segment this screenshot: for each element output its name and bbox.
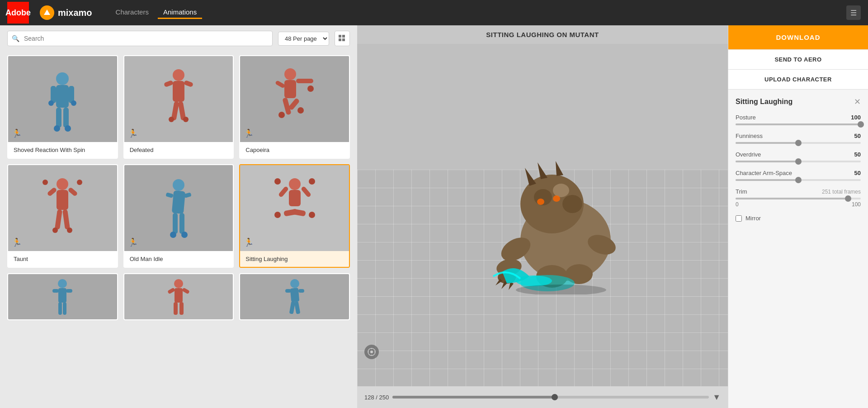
playback-progress[interactable] — [392, 396, 709, 399]
animation-card-7[interactable] — [7, 273, 118, 320]
animation-card-6[interactable]: 🏃 Sitting Laughing — [239, 164, 350, 268]
arm-space-value: 50 — [854, 170, 861, 176]
frame-counter: 128 / 250 — [364, 394, 389, 401]
animation-label-5: Old Man Idle — [124, 251, 233, 267]
svg-rect-75 — [298, 289, 304, 293]
animation-thumb-7 — [8, 274, 117, 319]
svg-rect-1 — [339, 35, 341, 38]
svg-rect-64 — [58, 302, 62, 315]
overdrive-value: 50 — [854, 151, 861, 158]
posture-slider[interactable] — [736, 123, 861, 125]
svg-point-60 — [58, 279, 67, 288]
svg-rect-76 — [289, 301, 295, 314]
svg-point-29 — [307, 85, 314, 92]
arm-space-slider[interactable] — [736, 179, 861, 181]
nav-animations[interactable]: Animations — [158, 6, 202, 19]
svg-rect-44 — [165, 192, 174, 198]
svg-rect-55 — [292, 209, 306, 216]
animation-thumb-4: 🏃 — [8, 165, 117, 251]
overdrive-slider[interactable] — [736, 161, 861, 162]
svg-rect-24 — [284, 80, 296, 98]
svg-point-40 — [52, 228, 58, 233]
svg-rect-77 — [294, 301, 300, 314]
svg-point-41 — [67, 228, 72, 233]
arm-space-label: Character Arm-Space — [736, 170, 792, 176]
arm-space-thumb[interactable] — [795, 177, 802, 183]
svg-point-13 — [54, 125, 60, 132]
animation-label-1: Shoved Reaction With Spin — [8, 142, 117, 158]
svg-rect-35 — [68, 187, 78, 197]
close-settings-button[interactable]: ✕ — [854, 97, 861, 107]
animation-card-5[interactable]: 🏃 Old Man Idle — [123, 164, 234, 268]
animation-card-2[interactable]: 🏃 Defeated — [123, 55, 234, 159]
funniness-slider[interactable] — [736, 142, 861, 144]
svg-rect-3 — [339, 38, 341, 41]
mirror-checkbox[interactable] — [736, 215, 742, 222]
svg-rect-69 — [182, 288, 190, 294]
topnav: Adobe mixamo Characters Animations ☰ — [0, 0, 868, 25]
svg-rect-51 — [289, 190, 301, 206]
funniness-fill — [736, 142, 798, 144]
posture-label: Posture — [736, 114, 756, 121]
nav-characters[interactable]: Characters — [110, 6, 154, 19]
svg-point-48 — [170, 232, 176, 238]
animation-card-1[interactable]: 🏃 Shoved Reaction With Spin — [7, 55, 118, 159]
svg-rect-18 — [184, 80, 193, 87]
svg-point-5 — [56, 72, 69, 85]
svg-rect-62 — [52, 289, 59, 293]
svg-marker-85 — [556, 161, 563, 176]
trim-slider[interactable] — [736, 198, 861, 199]
trim-setting: Trim 251 total frames 0 100 — [736, 188, 861, 208]
svg-point-50 — [289, 178, 301, 190]
posture-value: 100 — [851, 114, 861, 121]
svg-point-22 — [183, 117, 189, 122]
overdrive-label: Overdrive — [736, 151, 761, 158]
nav-right: ☰ — [846, 5, 861, 20]
svg-point-49 — [181, 232, 188, 238]
camera-icon[interactable] — [364, 345, 379, 359]
monster-figure — [489, 159, 642, 296]
svg-rect-46 — [173, 213, 178, 234]
funniness-thumb[interactable] — [795, 140, 802, 146]
svg-point-97 — [537, 199, 544, 205]
progress-thumb[interactable] — [552, 394, 558, 400]
svg-point-42 — [173, 179, 184, 191]
grid-toggle-button[interactable] — [335, 31, 350, 46]
send-to-aero-button[interactable]: SEND TO AERO — [728, 49, 868, 70]
svg-rect-67 — [175, 288, 183, 303]
download-button[interactable]: DOWNLOAD — [728, 25, 868, 49]
svg-rect-36 — [55, 209, 62, 230]
svg-point-66 — [174, 279, 183, 288]
animation-card-3[interactable]: 🏃 Capoeira — [239, 55, 350, 159]
right-panel: DOWNLOAD SEND TO AERO UPLOAD CHARACTER S… — [728, 25, 868, 408]
svg-rect-17 — [164, 80, 174, 87]
trim-max-value: 100 — [852, 201, 861, 208]
svg-rect-33 — [57, 190, 68, 210]
svg-rect-47 — [179, 213, 184, 234]
app-name: mixamo — [58, 8, 92, 18]
animation-card-4[interactable]: 🏃 Taunt — [7, 164, 118, 268]
upload-character-button[interactable]: UPLOAD CHARACTER — [728, 70, 868, 90]
search-input[interactable] — [7, 31, 273, 46]
svg-point-72 — [290, 279, 299, 288]
funniness-value: 50 — [854, 133, 861, 139]
mirror-setting: Mirror — [736, 215, 861, 222]
main-layout: 🔍 48 Per page — [0, 25, 868, 408]
animation-card-9[interactable] — [239, 273, 350, 320]
overdrive-thumb[interactable] — [795, 158, 802, 165]
svg-rect-68 — [167, 288, 175, 294]
trim-thumb[interactable] — [845, 195, 851, 202]
animation-thumb-6: 🏃 — [240, 165, 349, 251]
svg-point-31 — [297, 107, 304, 114]
posture-fill — [736, 123, 861, 125]
funniness-label: Funniness — [736, 133, 763, 139]
scroll-down-icon[interactable]: ▼ — [712, 393, 721, 402]
svg-rect-34 — [47, 187, 57, 197]
per-page-select[interactable]: 48 Per page — [278, 32, 329, 46]
posture-setting: Posture 100 — [736, 114, 861, 125]
preview-title: SITTING LAUGHING ON MUTANT — [357, 25, 728, 44]
nav-menu-icon[interactable]: ☰ — [846, 5, 861, 20]
settings-header: Sitting Laughing ✕ — [736, 97, 861, 107]
posture-thumb[interactable] — [858, 121, 864, 128]
animation-card-8[interactable] — [123, 273, 234, 320]
